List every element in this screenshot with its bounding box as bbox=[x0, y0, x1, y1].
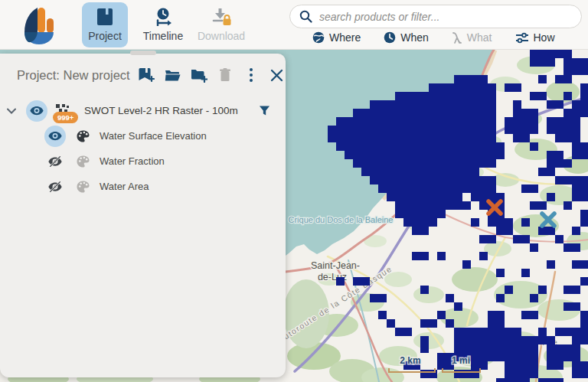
eye-icon bbox=[48, 131, 62, 141]
globe-icon bbox=[312, 31, 325, 44]
layer-wse-style-button[interactable] bbox=[74, 127, 92, 145]
funnel-icon bbox=[259, 105, 270, 116]
search-filter-row: Where When What bbox=[312, 31, 555, 44]
tree-row-layer-wse: Water Surface Elevation bbox=[0, 123, 286, 149]
layer-area-style-button[interactable] bbox=[74, 178, 92, 196]
save-project-button[interactable] bbox=[138, 66, 156, 84]
delete-button[interactable] bbox=[216, 66, 234, 84]
clock-icon bbox=[384, 31, 396, 44]
app-logo bbox=[21, 5, 57, 45]
layer-area-visibility-toggle[interactable] bbox=[44, 176, 66, 198]
filter-how-label: How bbox=[534, 31, 555, 44]
palette-icon bbox=[77, 130, 90, 142]
filter-how-button[interactable]: How bbox=[515, 31, 555, 44]
more-menu-button[interactable] bbox=[242, 66, 260, 84]
delete-icon bbox=[219, 68, 231, 82]
filter-when-label: When bbox=[400, 31, 429, 44]
more-menu-icon bbox=[249, 67, 253, 83]
nav-timeline-button[interactable]: Timeline bbox=[140, 2, 186, 47]
project-panel-header: Project: New project bbox=[0, 58, 286, 92]
download-lock-icon bbox=[211, 8, 231, 26]
layer-wse-visibility-toggle[interactable] bbox=[44, 126, 66, 147]
product-label: SWOT Level-2 HR Raster - 100m bbox=[84, 105, 238, 116]
nav-download-label: Download bbox=[198, 30, 245, 42]
eye-off-icon bbox=[48, 155, 62, 168]
nav-project-button[interactable]: Project bbox=[82, 2, 128, 47]
tree-row-layer-area: Water Area bbox=[0, 174, 286, 199]
top-toolbar: Project Timeline bbox=[0, 0, 588, 50]
expand-chevron-icon[interactable] bbox=[5, 102, 18, 120]
scale-mi-label: 1 mi bbox=[452, 355, 470, 366]
layer-fraction-label: Water Fraction bbox=[100, 155, 165, 167]
close-icon bbox=[270, 69, 283, 82]
palette-icon bbox=[77, 155, 90, 168]
layer-area-label: Water Area bbox=[100, 181, 149, 192]
search-bar[interactable] bbox=[289, 5, 582, 28]
project-panel: Project: New project bbox=[0, 54, 286, 377]
product-visibility-toggle[interactable] bbox=[26, 100, 47, 122]
logo-bar-short bbox=[47, 18, 54, 33]
app-window: Bidart Crique du Dos de la Baleine Saint… bbox=[0, 0, 588, 382]
layer-fraction-visibility-toggle[interactable] bbox=[44, 151, 66, 172]
add-folder-icon bbox=[191, 68, 207, 83]
nav-download-button[interactable]: Download bbox=[198, 2, 244, 47]
filter-what-label: What bbox=[467, 31, 492, 44]
panel-drag-handle[interactable] bbox=[130, 51, 156, 55]
timeline-clock-icon bbox=[153, 8, 173, 26]
tree-row-product: 999+ SWOT Level-2 HR Raster - 100m bbox=[0, 98, 286, 123]
layer-wse-label: Water Surface Elevation bbox=[100, 130, 207, 142]
search-icon bbox=[299, 10, 312, 23]
filter-when-button[interactable]: When bbox=[384, 31, 429, 44]
logo-bar-tall bbox=[38, 8, 45, 33]
filter-where-button[interactable]: Where bbox=[312, 31, 361, 44]
close-panel-button[interactable] bbox=[268, 66, 286, 84]
raster-product-icon: 999+ bbox=[55, 103, 70, 119]
map-label-town-1: Saint-Jean- bbox=[311, 260, 360, 271]
tree-row-layer-fraction: Water Fraction bbox=[0, 149, 286, 174]
project-panel-title: Project: New project bbox=[17, 68, 130, 83]
filter-what-button[interactable]: What bbox=[452, 31, 492, 44]
add-folder-button[interactable] bbox=[190, 66, 208, 84]
map-label-crique: Crique du Dos de la Baleine bbox=[289, 215, 394, 224]
layer-tree: 999+ SWOT Level-2 HR Raster - 100m bbox=[0, 92, 286, 199]
nav-timeline-label: Timeline bbox=[143, 30, 183, 42]
layer-fraction-style-button[interactable] bbox=[74, 152, 92, 171]
save-project-icon bbox=[139, 67, 155, 83]
product-count-badge: 999+ bbox=[53, 112, 78, 123]
open-project-icon bbox=[165, 68, 181, 82]
eye-icon bbox=[30, 106, 44, 116]
sliders-icon bbox=[515, 31, 529, 44]
scale-km-label: 2 km bbox=[400, 355, 420, 366]
filter-product-button[interactable] bbox=[255, 102, 273, 120]
project-bookmark-icon bbox=[96, 8, 113, 26]
lambda-icon bbox=[452, 31, 462, 44]
search-input[interactable] bbox=[319, 11, 572, 23]
eye-off-icon bbox=[48, 181, 62, 193]
filter-where-label: Where bbox=[329, 31, 361, 44]
main-nav: Project Timeline bbox=[82, 2, 244, 47]
open-project-button[interactable] bbox=[164, 66, 182, 84]
palette-icon bbox=[77, 181, 90, 193]
nav-project-label: Project bbox=[88, 30, 122, 42]
logo-sail bbox=[24, 8, 38, 32]
